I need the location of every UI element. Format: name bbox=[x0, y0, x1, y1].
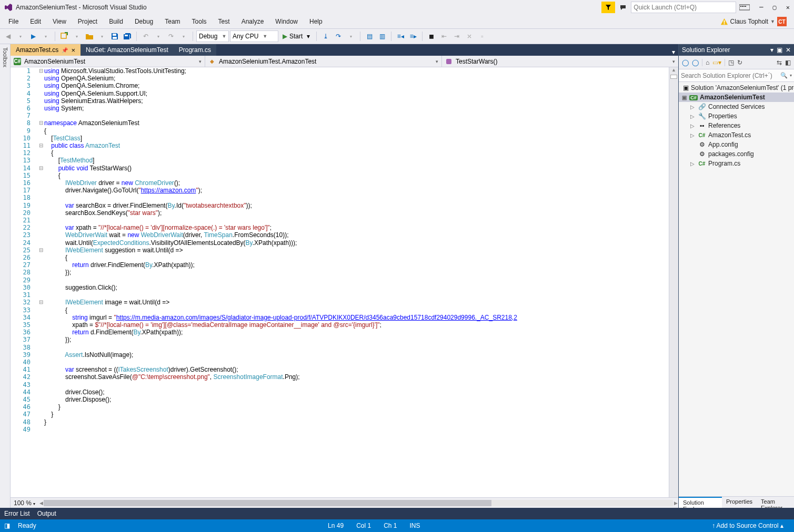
undo-button[interactable]: ↶ bbox=[140, 30, 152, 42]
code-text[interactable]: searchBox.SendKeys("star wars"); bbox=[44, 209, 162, 217]
solution-platform-combo[interactable]: Any CPU▼ bbox=[230, 30, 278, 42]
fold-toggle[interactable]: ⊟ bbox=[38, 142, 44, 149]
redo-button[interactable]: ↷ bbox=[165, 30, 177, 42]
menu-view[interactable]: View bbox=[47, 16, 72, 27]
add-source-control-button[interactable]: ↑ Add to Source Control ▴ bbox=[706, 522, 790, 529]
code-text[interactable]: using SeleniumExtras.WaitHelpers; bbox=[44, 97, 143, 105]
quick-launch-input[interactable] bbox=[631, 2, 736, 13]
panel-pin-button[interactable]: ▣ bbox=[777, 46, 782, 54]
code-text[interactable]: IWebElement suggestion = wait.Until(d => bbox=[44, 247, 183, 254]
menu-window[interactable]: Window bbox=[270, 16, 303, 27]
code-text[interactable]: return driver.FindElement(By.XPath(xpath… bbox=[44, 261, 195, 269]
feedback-button[interactable] bbox=[617, 2, 629, 13]
solution-tree[interactable]: ▣Solution 'AmazonSeleniumTest' (1 projec… bbox=[679, 82, 794, 496]
panel-tab[interactable]: Solution Explor… bbox=[679, 497, 722, 508]
comment-button[interactable]: ▤ bbox=[364, 30, 375, 42]
doc-tab[interactable]: Program.cs bbox=[174, 44, 216, 56]
code-text[interactable]: suggestion.Click(); bbox=[44, 284, 117, 291]
code-text[interactable]: var xpath = "//*[local-name() = 'div'][n… bbox=[44, 224, 272, 231]
notification-icon[interactable] bbox=[720, 18, 728, 26]
prev-bookmark-button[interactable]: ⇤ bbox=[438, 30, 450, 42]
menu-tools[interactable]: Tools bbox=[187, 16, 212, 27]
se-fwd-button[interactable]: ◯ bbox=[692, 59, 699, 66]
tree-row[interactable]: ▷C#AmazonTest.cs bbox=[679, 130, 794, 140]
step-dropdown[interactable]: ▾ bbox=[345, 30, 357, 42]
tree-row[interactable]: ▷C#Program.cs bbox=[679, 159, 794, 168]
menu-debug[interactable]: Debug bbox=[129, 16, 158, 27]
open-file-button[interactable] bbox=[84, 30, 95, 42]
tabs-overflow-button[interactable]: ▾ bbox=[669, 48, 678, 56]
nav-forward-button[interactable]: ▶ bbox=[27, 30, 39, 42]
vertical-scrollbar[interactable]: ▲ bbox=[669, 67, 678, 497]
fold-toggle[interactable]: ⊟ bbox=[38, 299, 44, 306]
new-project-dropdown[interactable]: ▾ bbox=[71, 30, 83, 42]
new-project-button[interactable] bbox=[58, 30, 70, 42]
close-button[interactable]: ✕ bbox=[786, 4, 790, 11]
save-button[interactable] bbox=[109, 30, 120, 42]
tree-twisty[interactable]: ▷ bbox=[689, 132, 696, 138]
doc-tab[interactable]: NuGet: AmazonSeleniumTest bbox=[81, 44, 174, 56]
tree-row[interactable]: ▷🔧Properties bbox=[679, 111, 794, 121]
step-over-button[interactable]: ↷ bbox=[333, 30, 344, 42]
code-text[interactable]: driver.Dispose(); bbox=[44, 396, 111, 403]
code-text[interactable]: Assert.IsNotNull(image); bbox=[44, 351, 133, 359]
code-text[interactable]: } bbox=[44, 403, 61, 411]
code-text[interactable]: string imgurl = "https://m.media-amazon.… bbox=[44, 314, 517, 321]
menu-help[interactable]: Help bbox=[304, 16, 328, 27]
se-sync-button[interactable]: ▭▾ bbox=[712, 59, 721, 66]
se-back-button[interactable]: ◯ bbox=[682, 59, 689, 66]
code-text[interactable]: [TestClass] bbox=[44, 135, 82, 142]
se-properties-button[interactable]: ◧ bbox=[785, 59, 791, 66]
panel-tab[interactable]: Team Explorer bbox=[757, 497, 794, 508]
tree-row[interactable]: ▣Solution 'AmazonSeleniumTest' (1 projec… bbox=[679, 83, 794, 93]
code-text[interactable]: }); bbox=[44, 336, 71, 343]
zoom-combo[interactable]: 100 % ▾ bbox=[11, 499, 38, 507]
menu-edit[interactable]: Edit bbox=[25, 16, 46, 27]
code-text[interactable]: screenshot.SaveAsFile(@"C:\temp\screensh… bbox=[44, 373, 300, 381]
user-badge[interactable]: CT bbox=[777, 17, 787, 26]
code-text[interactable]: wait.Until(ExpectedConditions.Visibility… bbox=[44, 239, 297, 247]
horizontal-scrollbar[interactable]: ◀▶ bbox=[38, 499, 678, 507]
code-text[interactable]: WebDriverWait wait = new WebDriverWait(d… bbox=[44, 231, 289, 239]
save-all-button[interactable] bbox=[122, 30, 133, 42]
clear-bookmarks-button[interactable]: ⤫ bbox=[464, 30, 475, 42]
nav-project-combo[interactable]: C# AmazonSeleniumTest ▾ bbox=[11, 56, 205, 67]
keyboard-icon[interactable] bbox=[739, 4, 750, 11]
tree-twisty[interactable]: ▷ bbox=[689, 104, 696, 110]
step-into-button[interactable]: ⤓ bbox=[320, 30, 331, 42]
nav-forward-dropdown[interactable]: ▾ bbox=[40, 30, 52, 42]
code-text[interactable]: namespace AmazonSeleniumTest bbox=[44, 119, 139, 127]
code-text[interactable]: { bbox=[44, 149, 53, 157]
code-text[interactable]: var screenshot = ((ITakesScreenshot)driv… bbox=[44, 366, 238, 373]
tool-window-tab[interactable]: Output bbox=[37, 510, 56, 517]
code-text[interactable]: using System; bbox=[44, 105, 84, 112]
code-text[interactable]: using OpenQA.Selenium.Support.UI; bbox=[44, 90, 147, 97]
fold-toggle[interactable]: ⊟ bbox=[38, 165, 44, 172]
tree-twisty[interactable]: ▣ bbox=[681, 95, 687, 100]
fold-toggle[interactable]: ⊟ bbox=[38, 67, 44, 75]
tree-row[interactable]: ▷🔗Connected Services bbox=[679, 102, 794, 111]
tree-twisty[interactable]: ▷ bbox=[689, 161, 696, 167]
filter-button[interactable] bbox=[601, 2, 615, 13]
pin-icon[interactable]: 📌 bbox=[62, 47, 68, 53]
bookmark-button[interactable]: ◼ bbox=[426, 30, 437, 42]
menu-file[interactable]: File bbox=[3, 16, 24, 27]
se-refresh-button[interactable]: ↻ bbox=[737, 59, 742, 66]
code-text[interactable]: return d.FindElement(By.XPath(xpath)); bbox=[44, 329, 183, 336]
nav-member-combo[interactable]: TestStarWars() ▾ bbox=[442, 56, 678, 67]
maximize-button[interactable]: ▢ bbox=[773, 4, 777, 11]
fold-toggle[interactable]: ⊟ bbox=[38, 247, 44, 254]
code-text[interactable]: using OpenQA.Selenium.Chrome; bbox=[44, 82, 139, 89]
split-button[interactable] bbox=[670, 75, 677, 79]
solution-config-combo[interactable]: Debug▼ bbox=[196, 30, 229, 42]
tree-row[interactable]: ⚙packages.config bbox=[679, 149, 794, 159]
undo-dropdown[interactable]: ▾ bbox=[153, 30, 164, 42]
user-name[interactable]: Claus Topholt bbox=[730, 18, 769, 25]
code-text[interactable]: { bbox=[44, 172, 61, 179]
nav-back-dropdown[interactable]: ▾ bbox=[15, 30, 26, 42]
menu-analyze[interactable]: Analyze bbox=[236, 16, 269, 27]
code-text[interactable]: IWebElement image = wait.Until(d => bbox=[44, 299, 169, 306]
solution-explorer-search[interactable]: 🔍 ▾ bbox=[679, 69, 794, 82]
start-debug-button[interactable]: ▶Start▾ bbox=[279, 30, 313, 42]
code-text[interactable]: }); bbox=[44, 269, 71, 276]
